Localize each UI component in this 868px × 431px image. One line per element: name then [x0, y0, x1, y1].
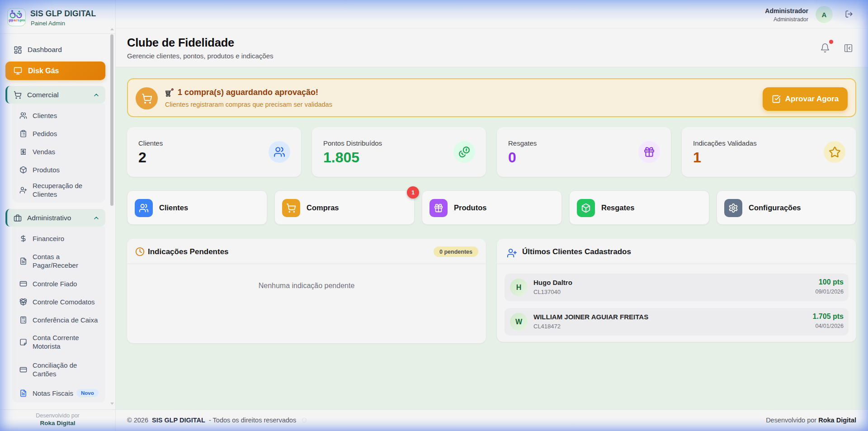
svg-text:s: s [18, 19, 19, 22]
svg-text:pro: pro [20, 19, 25, 22]
svg-text:glp: glp [9, 19, 14, 22]
